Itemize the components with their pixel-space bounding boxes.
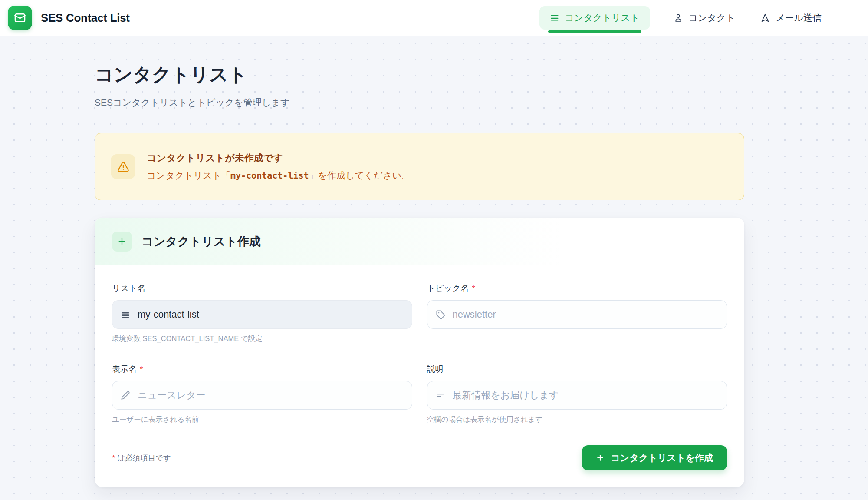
- user-icon: [674, 13, 683, 23]
- list-icon: [550, 13, 559, 23]
- topic-name-input[interactable]: [427, 300, 727, 329]
- nav-item-contacts[interactable]: コンタクト: [672, 6, 737, 30]
- label-text: 説明: [427, 364, 444, 375]
- field-topic-name: トピック名 *: [427, 283, 727, 344]
- required-note: * は必須項目です: [112, 453, 171, 463]
- alert-body: コンタクトリスト「my-contact-list」を作成してください。: [147, 169, 411, 182]
- send-icon: [760, 13, 770, 23]
- alert-text: コンタクトリストが未作成です コンタクトリスト「my-contact-list」…: [147, 152, 411, 182]
- description-input[interactable]: [427, 381, 727, 410]
- display-name-input[interactable]: [112, 381, 412, 410]
- page-subtitle: SESコンタクトリストとトピックを管理します: [95, 96, 744, 109]
- screen: SES Contact List コンタクトリスト コンタクト: [0, 0, 868, 500]
- app-header: SES Contact List コンタクトリスト コンタクト: [0, 0, 868, 36]
- brand: SES Contact List: [8, 6, 130, 30]
- label-text: トピック名: [427, 283, 469, 294]
- list-name-input[interactable]: [112, 300, 412, 329]
- submit-plus-icon: [596, 454, 605, 462]
- field-display-name: 表示名 * ユーザーに表示され: [112, 364, 412, 424]
- nav-item-label: メール送信: [776, 12, 822, 24]
- card-header: コンタクトリスト作成: [95, 218, 744, 265]
- label-text: 表示名: [112, 364, 137, 375]
- description-label: 説明: [427, 364, 727, 375]
- nav-item-label: コンタクトリスト: [565, 12, 640, 24]
- required-note-text: は必須項目です: [115, 454, 171, 462]
- field-description: 説明 空欄の場合は表示名が使用されます: [427, 364, 727, 424]
- plus-icon: [117, 237, 127, 246]
- card-body: リスト名 環境変数: [95, 265, 744, 487]
- card-title: コンタクトリスト作成: [141, 234, 261, 249]
- mail-logo-icon: [8, 6, 32, 30]
- display-name-label: 表示名 *: [112, 364, 412, 375]
- form-footer: * は必須項目です コンタクトリストを作成: [112, 445, 727, 470]
- main-nav: コンタクトリスト コンタクト メール送信: [539, 6, 823, 30]
- alert-body-suffix: 」を作成してください。: [309, 170, 411, 180]
- warning-alert: コンタクトリストが未作成です コンタクトリスト「my-contact-list」…: [95, 133, 744, 200]
- label-text: リスト名: [112, 283, 145, 294]
- topic-name-label: トピック名 *: [427, 283, 727, 294]
- alert-code: my-contact-list: [230, 170, 309, 181]
- list-name-helper: 環境変数 SES_CONTACT_LIST_NAME で設定: [112, 334, 412, 344]
- required-asterisk: *: [472, 284, 475, 293]
- create-card: コンタクトリスト作成 リスト名: [95, 218, 744, 487]
- nav-item-contact-list[interactable]: コンタクトリスト: [539, 6, 650, 30]
- list-name-label: リスト名: [112, 283, 412, 294]
- field-list-name: リスト名 環境変数: [112, 283, 412, 344]
- nav-item-send-mail[interactable]: メール送信: [759, 6, 823, 30]
- nav-item-label: コンタクト: [689, 12, 735, 24]
- submit-label: コンタクトリストを作成: [611, 452, 713, 464]
- required-asterisk: *: [140, 364, 143, 374]
- submit-button[interactable]: コンタクトリストを作成: [582, 445, 727, 470]
- alert-title: コンタクトリストが未作成です: [147, 152, 411, 165]
- warning-icon-chip: [111, 154, 135, 179]
- app-title: SES Contact List: [41, 11, 130, 25]
- plus-chip: [112, 232, 132, 252]
- page-title: コンタクトリスト: [95, 64, 744, 84]
- alert-body-prefix: コンタクトリスト「: [147, 170, 230, 180]
- description-helper: 空欄の場合は表示名が使用されます: [427, 415, 727, 424]
- warning-triangle-icon: [117, 161, 129, 173]
- display-name-helper: ユーザーに表示される名前: [112, 415, 412, 424]
